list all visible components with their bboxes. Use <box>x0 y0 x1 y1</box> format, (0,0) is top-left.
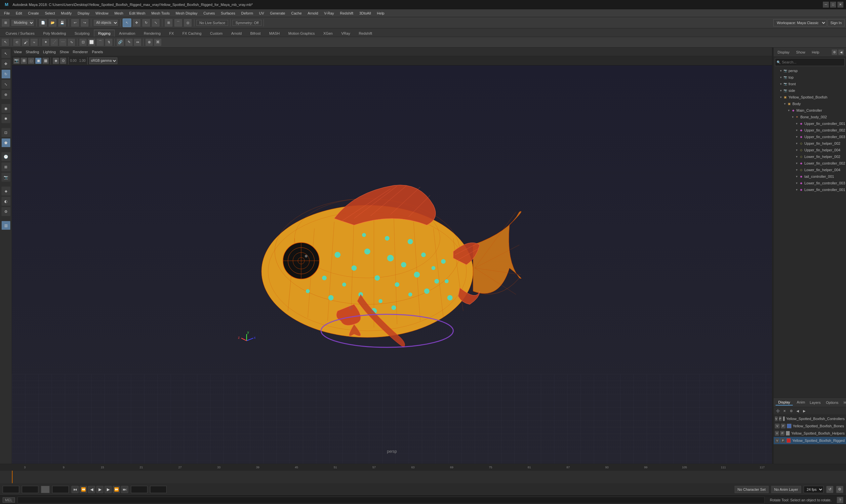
ik-spline-tool[interactable]: ⋯ <box>59 38 67 46</box>
workflow-tab-arnold[interactable]: Arnold <box>227 30 246 37</box>
workflow-tab-sculpting[interactable]: Sculpting <box>70 30 94 37</box>
playback-end-input[interactable]: 200 <box>150 486 167 493</box>
vp-panels-menu[interactable]: Panels <box>92 50 103 54</box>
all-objects-dropdown[interactable]: All objects <box>93 19 118 26</box>
layers-menu-tab[interactable]: Layers <box>808 400 823 405</box>
search-input[interactable] <box>782 60 843 64</box>
rotate-tool-btn[interactable]: ↻ <box>142 18 150 27</box>
lasso-tool[interactable]: ⊂ <box>13 38 21 46</box>
layer-anim-tab[interactable]: Anim <box>794 399 808 406</box>
menu-item-mesh-tools[interactable]: Mesh Tools <box>149 11 172 16</box>
outliner-item-body[interactable]: ▼▣Body <box>774 101 846 107</box>
create-twist[interactable]: ↯ <box>105 38 113 46</box>
snap-curve-btn[interactable]: ⌒ <box>174 18 182 27</box>
maximize-button[interactable]: □ <box>830 2 836 7</box>
menu-item-cache[interactable]: Cache <box>289 11 305 16</box>
timeline-track[interactable] <box>0 471 846 483</box>
new-scene-btn[interactable]: 📄 <box>39 18 47 27</box>
vp-smooth-btn[interactable]: ◼ <box>35 57 42 64</box>
timeline-ruler[interactable]: 3915212733394551576369758187939910511111… <box>0 464 846 471</box>
prev-frame-btn[interactable]: ◀ <box>88 486 95 493</box>
workflow-tab-redshift[interactable]: Redshift <box>355 30 376 37</box>
workflow-tab-poly-modeling[interactable]: Poly Modeling <box>39 30 70 37</box>
range-start-input[interactable]: 1 <box>22 486 38 493</box>
outliner-item-side[interactable]: ▼📷side <box>774 87 846 94</box>
next-frame-btn[interactable]: ▶ <box>105 486 112 493</box>
range-end-input[interactable]: 120 <box>52 486 69 493</box>
menu-item-arnold[interactable]: Arnold <box>305 11 321 16</box>
outliner-item-upper-fin-controller-003[interactable]: ▼◆Upper_fin_controller_003 <box>774 133 846 140</box>
menu-item-redshift[interactable]: Redshift <box>337 11 356 16</box>
outliner-item-lower-fin-helper-004[interactable]: ▼◇Lower_fin_helper_004 <box>774 166 846 173</box>
vp-cam-btn[interactable]: 📷 <box>13 57 20 64</box>
layer-v-btn[interactable]: V <box>775 424 779 428</box>
go-to-start-btn[interactable]: ⏮ <box>71 486 79 493</box>
workflow-tab-custom[interactable]: Custom <box>205 30 227 37</box>
workflow-tab-animation[interactable]: Animation <box>115 30 140 37</box>
layer-v-btn[interactable]: V <box>775 431 779 436</box>
layer-row-2[interactable]: VPYellow_Spotted_Boxfish_Helpers <box>774 430 846 437</box>
show-manip-btn[interactable]: ✱ <box>1 114 11 123</box>
vp-isolate-btn[interactable]: ⊙ <box>60 57 67 64</box>
help-icon-btn[interactable]: ? <box>837 497 843 503</box>
menu-item-modify[interactable]: Modify <box>58 11 74 16</box>
vp-wireframe-btn[interactable]: □ <box>28 57 34 64</box>
vp-view-menu[interactable]: View <box>14 50 22 54</box>
toolbar-grid-btn[interactable]: ⊞ <box>1 18 10 27</box>
workflow-tab-bifrost[interactable]: Bifrost <box>246 30 265 37</box>
layer-settings-btn[interactable]: ⚙ <box>788 408 794 414</box>
layers-options-tab[interactable]: Options <box>824 400 840 405</box>
menu-item-surfaces[interactable]: Surfaces <box>218 11 238 16</box>
quick-layout-btn[interactable]: ⊞ <box>1 162 11 172</box>
menu-item-display[interactable]: Display <box>75 11 92 16</box>
minimize-button[interactable]: ─ <box>823 2 829 7</box>
step-back-btn[interactable]: ⏪ <box>80 486 87 493</box>
soft-select-btn[interactable]: ◉ <box>1 104 11 113</box>
outliner-item-top[interactable]: ▼📷top <box>774 74 846 80</box>
fps-dropdown[interactable]: 24 fps 30 fps <box>804 486 824 493</box>
menu-item-mesh[interactable]: Mesh <box>112 11 126 16</box>
layer-p-btn[interactable]: P <box>781 424 786 428</box>
layer-arrow-left-btn[interactable]: ◀ <box>795 408 801 414</box>
mel-indicator[interactable]: MEL <box>3 498 15 503</box>
3d-viewport[interactable]: x y z persp <box>12 66 772 464</box>
workflow-tab-fx[interactable]: FX <box>165 30 178 37</box>
ipr-btn[interactable]: ◐ <box>1 197 11 206</box>
menu-item-curves[interactable]: Curves <box>201 11 218 16</box>
menu-item-generate[interactable]: Generate <box>268 11 288 16</box>
menu-item-3dtoall[interactable]: 3DtoAll <box>357 11 374 16</box>
render-settings-btn[interactable]: ⚙ <box>1 207 11 216</box>
create-lattice[interactable]: ⬜ <box>88 38 95 46</box>
vp-grid-btn[interactable]: ⊞ <box>20 57 27 64</box>
help-tab[interactable]: Help <box>810 50 822 55</box>
paint-weights[interactable]: ✎ <box>125 38 133 46</box>
symmetry-label[interactable]: Symmetry: Off <box>232 20 262 26</box>
create-bend[interactable]: ⌒ <box>96 38 104 46</box>
open-scene-btn[interactable]: 📂 <box>48 18 57 27</box>
layer-v-btn[interactable]: V <box>775 416 778 421</box>
layer-row-1[interactable]: VPYellow_Spotted_Boxfish_Bones <box>774 422 846 430</box>
layer-arrow-right-btn[interactable]: ▶ <box>802 408 807 414</box>
workflow-tab-curves-surfaces[interactable]: Curves / Surfaces <box>1 30 39 37</box>
scale-mode-btn[interactable]: ⤡ <box>1 80 11 89</box>
universal-manip-btn[interactable]: ⊕ <box>1 90 11 99</box>
layer-row-3[interactable]: VPYellow_Spotted_Boxfish_Rigged <box>774 437 846 444</box>
outliner-item-front[interactable]: ▼📷front <box>774 80 846 87</box>
menu-item-uv[interactable]: UV <box>256 11 267 16</box>
ik-handle-tool[interactable]: ⋰ <box>50 38 58 46</box>
paint-select-tool[interactable]: 🖌 <box>21 38 30 46</box>
cameras-btn[interactable]: 📷 <box>1 173 11 182</box>
menu-item-file[interactable]: File <box>1 11 13 16</box>
set-driven-key[interactable]: ⌘ <box>154 38 162 46</box>
workflow-tab-mash[interactable]: MASH <box>265 30 284 37</box>
outliner-options-btn[interactable]: ⚙ <box>831 49 838 55</box>
layer-row-0[interactable]: VPYellow_Spotted_Boxfish_Controllers <box>774 415 846 422</box>
skin-bind[interactable]: 🔗 <box>116 38 124 46</box>
layer-p-btn[interactable]: P <box>780 431 784 436</box>
select-tool-btn[interactable]: ↖ <box>123 18 131 27</box>
save-scene-btn[interactable]: 💾 <box>58 18 67 27</box>
anim-prefs-btn[interactable]: ⚙ <box>836 486 843 493</box>
snap-point-btn[interactable]: ◎ <box>183 18 192 27</box>
outliner-item-upper-fin-controller-001[interactable]: ▼◆Upper_fin_controller_001 <box>774 120 846 127</box>
outliner-item-lower-fin-controller-002[interactable]: ▼◆Lower_fin_controller_002 <box>774 160 846 166</box>
